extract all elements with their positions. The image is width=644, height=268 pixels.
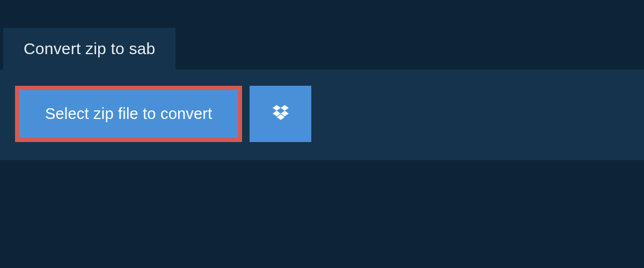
dropbox-button[interactable]	[250, 86, 311, 142]
tab-title: Convert zip to sab	[24, 40, 155, 57]
converter-panel: Select zip file to convert	[0, 70, 644, 160]
dropbox-icon	[271, 103, 290, 125]
button-row: Select zip file to convert	[15, 86, 629, 142]
select-file-label: Select zip file to convert	[45, 105, 212, 123]
converter-tab[interactable]: Convert zip to sab	[3, 28, 175, 70]
select-file-button[interactable]: Select zip file to convert	[15, 86, 242, 142]
